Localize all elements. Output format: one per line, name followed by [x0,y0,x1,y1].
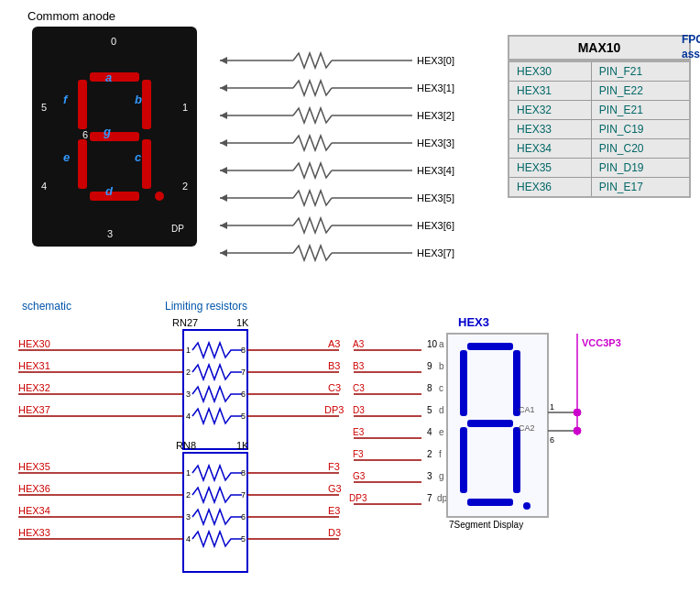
svg-text:HEX3[3]: HEX3[3] [417,137,454,148]
svg-text:10: 10 [427,339,438,349]
svg-text:E3: E3 [328,505,340,516]
hex3-seg-d [467,499,513,506]
svg-text:G3: G3 [353,471,366,481]
svg-text:5: 5 [241,534,246,544]
svg-text:c: c [439,383,443,393]
rn8-label: RN8 [176,440,196,451]
hex3-seg-g [467,420,513,427]
table-row: HEX33PIN_C19 [509,120,690,139]
svg-text:8: 8 [241,346,246,355]
svg-text:1: 1 [186,346,191,355]
svg-text:3: 3 [186,390,191,399]
svg-text:a: a [439,339,444,349]
rn27-value: 1K [236,317,249,328]
svg-marker-18 [220,167,227,174]
schematic-label: schematic [22,300,71,313]
svg-text:4: 4 [427,427,432,437]
svg-text:1: 1 [550,402,554,412]
svg-text:C3: C3 [328,382,341,393]
num-1: 1 [182,102,188,113]
fpga-pin: PIN_E21 [591,101,690,120]
label-b: b [135,93,142,106]
hex3-seg-c [513,427,520,493]
svg-text:B3: B3 [328,360,340,371]
svg-marker-30 [220,249,227,257]
hex-pin: HEX35 [509,159,591,178]
svg-text:C3: C3 [353,383,365,393]
svg-text:HEX36: HEX36 [18,483,50,494]
hex3-seg-dp [523,502,530,510]
hex3-title: HEX3 [458,315,489,329]
table-row: HEX31PIN_E22 [509,82,690,101]
svg-text:6: 6 [550,435,554,445]
svg-text:f: f [439,449,442,459]
label-d: d [105,184,113,198]
svg-text:F3: F3 [353,449,364,459]
display-area: Commom anode 0 1 2 3 4 5 6 a b [9,9,220,247]
label-g: g [104,125,111,138]
svg-text:D3: D3 [328,527,341,538]
svg-text:8: 8 [241,468,246,478]
num-0: 0 [111,36,116,47]
seg-dp [155,192,164,201]
table-row: HEX35PIN_D19 [509,159,690,178]
svg-text:7: 7 [427,493,432,503]
label-c: c [135,150,141,164]
svg-text:D3: D3 [353,405,365,415]
num-5: 5 [41,102,47,113]
svg-text:HEX3[1]: HEX3[1] [417,82,454,93]
hex-pin: HEX34 [509,139,591,159]
fpga-pin-table: HEX30PIN_F21 HEX31PIN_E22 HEX32PIN_E21 H… [508,60,691,198]
hex3-seg-f [460,350,467,416]
ca2-label: CA2 [519,423,535,433]
fpga-chip-title: MAX10 [508,35,691,60]
num-3: 3 [107,228,113,239]
svg-text:HEX3[0]: HEX3[0] [417,55,454,66]
svg-text:B3: B3 [353,361,365,371]
seg-c [142,139,151,189]
svg-text:HEX33: HEX33 [18,527,50,538]
fpga-pin: PIN_C19 [591,120,690,139]
svg-text:DP3: DP3 [349,493,367,503]
hex-pin: HEX36 [509,178,591,198]
svg-text:2: 2 [186,490,191,500]
svg-text:2: 2 [427,449,432,459]
svg-text:HEX31: HEX31 [18,360,50,371]
svg-marker-10 [220,112,227,119]
table-row: HEX36PIN_E17 [509,178,690,198]
svg-text:HEX3[2]: HEX3[2] [417,110,454,121]
svg-text:7: 7 [241,490,246,500]
display-title: Commom anode [27,9,115,23]
svg-text:dp: dp [437,493,448,503]
svg-text:e: e [439,427,444,437]
fpga-pin-assignment-label: FPGA pinassignment [682,33,700,61]
bottom-section: schematic Limiting resistors RN27 1K 1 2… [0,286,700,577]
svg-marker-2 [220,57,227,64]
rn8-value: 1K [236,440,249,451]
rn27-box [183,330,247,449]
svg-text:6: 6 [241,512,246,522]
svg-text:HEX3[5]: HEX3[5] [417,192,454,203]
hex-pin: HEX33 [509,120,591,139]
seg-d [90,192,139,201]
num-2: 2 [182,181,188,192]
seven-seg-display-label: 7Segment Display [449,520,523,530]
svg-text:HEX3[7]: HEX3[7] [417,247,454,258]
svg-text:9: 9 [427,361,432,371]
svg-text:HEX3[6]: HEX3[6] [417,220,454,231]
hex3-seg-a [467,343,513,350]
seg-a [90,72,139,82]
svg-marker-14 [220,139,227,147]
hex-pin: HEX32 [509,101,591,120]
svg-text:HEX30: HEX30 [18,338,50,349]
svg-text:2: 2 [186,368,191,377]
svg-text:A3: A3 [328,338,340,349]
svg-marker-22 [220,194,227,202]
svg-text:g: g [439,471,444,481]
fpga-pin: PIN_E22 [591,82,690,101]
hex-pin: HEX31 [509,82,591,101]
svg-text:1: 1 [186,468,191,478]
seg-e [78,139,87,189]
seven-seg-display: 0 1 2 3 4 5 6 a b c d e [32,27,197,247]
svg-text:d: d [439,405,444,415]
